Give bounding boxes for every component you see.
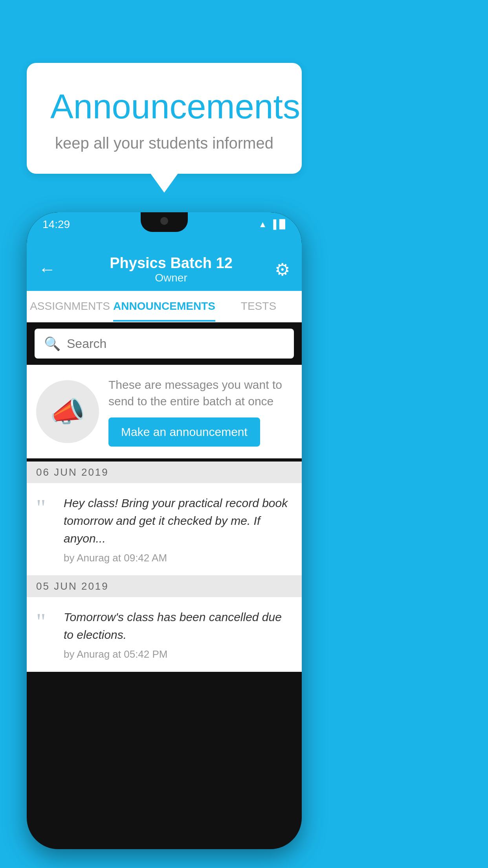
status-bar-area: 14:29 (27, 212, 302, 248)
announcements-subtitle: keep all your students informed (50, 134, 278, 152)
megaphone-circle: 📣 (36, 380, 99, 443)
announcements-title: Announcements (50, 86, 278, 127)
batch-subtitle: Owner (68, 272, 275, 284)
make-announcement-button[interactable]: Make an announcement (108, 417, 260, 447)
quote-icon-2: " (36, 610, 56, 633)
tabs-bar: ASSIGNMENTS ANNOUNCEMENTS TESTS (27, 291, 302, 322)
status-time: 14:29 (42, 218, 70, 231)
status-icons (259, 219, 286, 230)
speech-bubble-container: Announcements keep all your students inf… (27, 63, 302, 174)
announcement-content-2: Tomorrow's class has been cancelled due … (64, 608, 292, 660)
tab-tests[interactable]: TESTS (215, 291, 302, 322)
announcement-text: Hey class! Bring your practical record b… (64, 494, 292, 547)
date-separator-2: 05 JUN 2019 (27, 576, 302, 597)
date-separator-1: 06 JUN 2019 (27, 462, 302, 483)
phone-frame: 14:29 ← Physics Batch 12 Owner ⚙ (27, 212, 302, 849)
back-button[interactable]: ← (39, 259, 56, 279)
batch-title: Physics Batch 12 (68, 255, 275, 272)
tab-announcements[interactable]: ANNOUNCEMENTS (113, 291, 215, 322)
promo-description: These are messages you want to send to t… (108, 377, 292, 410)
announcement-text-2: Tomorrow's class has been cancelled due … (64, 608, 292, 644)
announcement-meta: by Anurag at 09:42 AM (64, 552, 292, 564)
search-input[interactable] (67, 337, 284, 351)
announcement-meta-2: by Anurag at 05:42 PM (64, 648, 292, 660)
notch (141, 212, 188, 232)
content-area: 🔍 📣 These are messages you want to send … (27, 322, 302, 849)
app-bar: ← Physics Batch 12 Owner ⚙ (27, 248, 302, 291)
megaphone-icon: 📣 (50, 395, 85, 428)
announcement-content: Hey class! Bring your practical record b… (64, 494, 292, 564)
announcement-item[interactable]: " Hey class! Bring your practical record… (27, 483, 302, 576)
quote-icon: " (36, 496, 56, 519)
announcement-item-2[interactable]: " Tomorrow's class has been cancelled du… (27, 597, 302, 672)
app-bar-title-area: Physics Batch 12 Owner (68, 255, 275, 284)
promo-section: 📣 These are messages you want to send to… (27, 365, 302, 458)
settings-icon[interactable]: ⚙ (275, 259, 290, 280)
search-icon: 🔍 (44, 336, 61, 351)
promo-text: These are messages you want to send to t… (108, 377, 292, 447)
battery-icon (279, 219, 286, 230)
search-bar[interactable]: 🔍 (35, 329, 294, 359)
speech-bubble: Announcements keep all your students inf… (27, 63, 302, 174)
tab-assignments[interactable]: ASSIGNMENTS (27, 291, 113, 322)
wifi-icon (259, 219, 267, 230)
camera (160, 217, 168, 225)
signal-icon (270, 219, 276, 230)
